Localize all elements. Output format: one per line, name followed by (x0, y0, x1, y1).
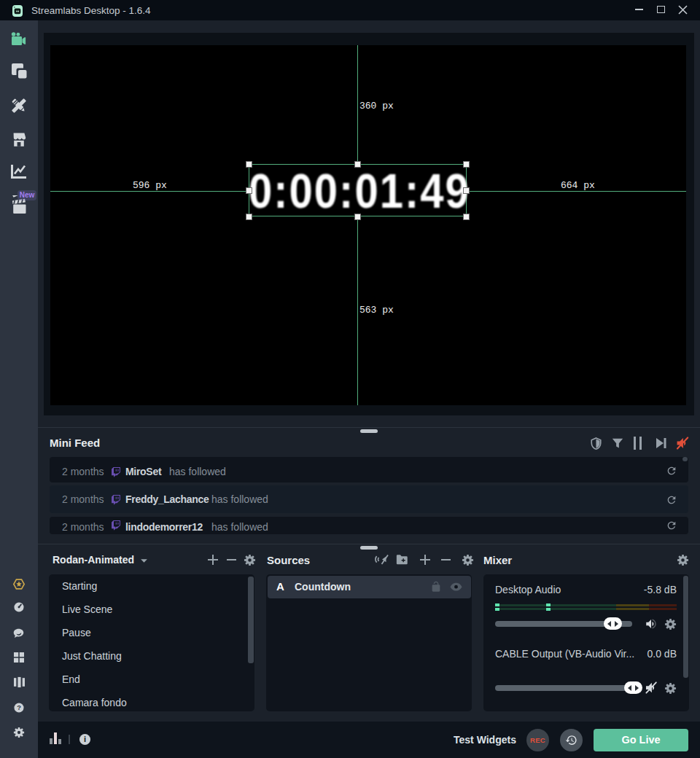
svg-text:?: ? (17, 704, 21, 711)
